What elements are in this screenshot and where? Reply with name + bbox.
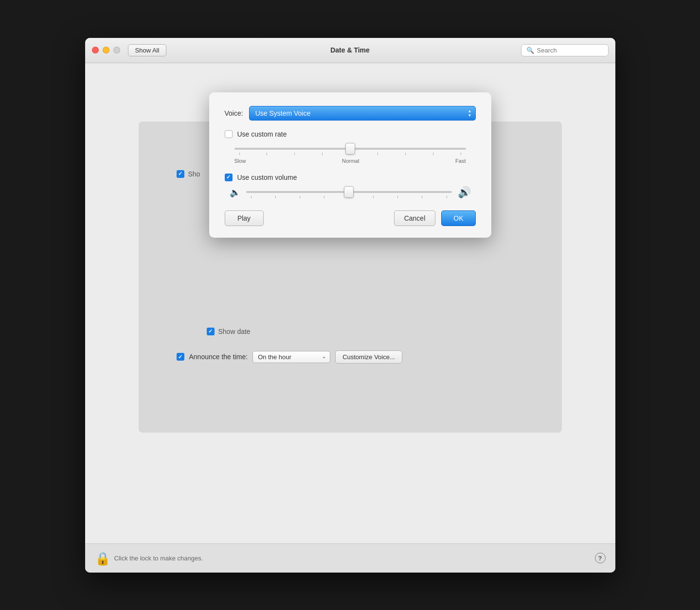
- lock-text: Click the lock to make changes.: [114, 555, 203, 562]
- tick: [433, 153, 433, 155]
- custom-rate-label: Use custom rate: [237, 130, 287, 138]
- modal-dialog: Voice: Use System Voice Use custom rate: [209, 92, 491, 238]
- custom-rate-checkbox[interactable]: [225, 130, 233, 138]
- volume-low-icon: 🔈: [230, 187, 240, 198]
- tick: [251, 196, 251, 198]
- custom-volume-label: Use custom volume: [237, 174, 297, 181]
- custom-volume-row: Use custom volume: [225, 174, 476, 181]
- tick: [447, 196, 447, 198]
- rate-slider-labels: Slow Normal Fast: [234, 158, 466, 164]
- rate-normal-label: Normal: [342, 158, 359, 164]
- main-window: Show All Date & Time 🔍 Sho Show date Ann…: [85, 38, 615, 573]
- window-title: Date & Time: [330, 46, 370, 54]
- tick: [300, 196, 300, 198]
- tick: [322, 153, 323, 155]
- help-button[interactable]: ?: [595, 553, 606, 563]
- minimize-button[interactable]: [103, 47, 109, 53]
- lock-icon[interactable]: 🔒: [95, 551, 108, 565]
- tick: [422, 196, 422, 198]
- content-area: Sho Show date Announce the time: On the …: [85, 63, 615, 543]
- volume-high-icon: 🔊: [458, 186, 471, 199]
- volume-slider-section: 🔈: [225, 186, 476, 199]
- maximize-button[interactable]: [113, 47, 120, 53]
- rate-slider[interactable]: [234, 148, 466, 150]
- volume-slider-wrapper: [246, 186, 452, 198]
- custom-volume-checkbox[interactable]: [225, 174, 233, 181]
- custom-rate-section: Use custom rate: [225, 130, 476, 164]
- titlebar: Show All Date & Time 🔍: [85, 38, 615, 63]
- custom-rate-row: Use custom rate: [225, 130, 476, 138]
- tick: [294, 153, 295, 155]
- rate-fast-label: Fast: [455, 158, 466, 164]
- tick: [239, 153, 240, 155]
- tick: [397, 196, 398, 198]
- tick: [275, 196, 276, 198]
- close-button[interactable]: [92, 47, 99, 53]
- bottom-bar: 🔒 Click the lock to make changes. ?: [85, 543, 615, 573]
- show-all-button[interactable]: Show All: [128, 44, 167, 56]
- search-icon: 🔍: [526, 47, 534, 54]
- search-input[interactable]: [537, 47, 603, 54]
- rate-slow-label: Slow: [234, 158, 246, 164]
- modal-overlay: Voice: Use System Voice Use custom rate: [85, 63, 615, 543]
- tick: [324, 196, 324, 198]
- custom-volume-section: Use custom volume 🔈: [225, 174, 476, 199]
- right-buttons: Cancel OK: [394, 210, 476, 226]
- voice-dropdown-wrapper: Use System Voice: [249, 106, 476, 121]
- ok-button[interactable]: OK: [441, 210, 475, 226]
- tick: [377, 153, 378, 155]
- tick: [373, 196, 374, 198]
- rate-slider-outer: [234, 143, 466, 155]
- modal-buttons: Play Cancel OK: [225, 210, 476, 226]
- voice-label: Voice:: [225, 109, 243, 117]
- search-box[interactable]: 🔍: [521, 44, 609, 56]
- traffic-lights: [92, 47, 120, 53]
- cancel-button[interactable]: Cancel: [394, 210, 436, 226]
- tick: [461, 153, 461, 155]
- tick: [405, 153, 406, 155]
- voice-row: Voice: Use System Voice: [225, 106, 476, 121]
- volume-slider[interactable]: [246, 191, 452, 193]
- rate-slider-section: Slow Normal Fast: [225, 143, 476, 164]
- play-button[interactable]: Play: [225, 210, 264, 226]
- tick: [267, 153, 267, 155]
- voice-dropdown[interactable]: Use System Voice: [249, 106, 476, 121]
